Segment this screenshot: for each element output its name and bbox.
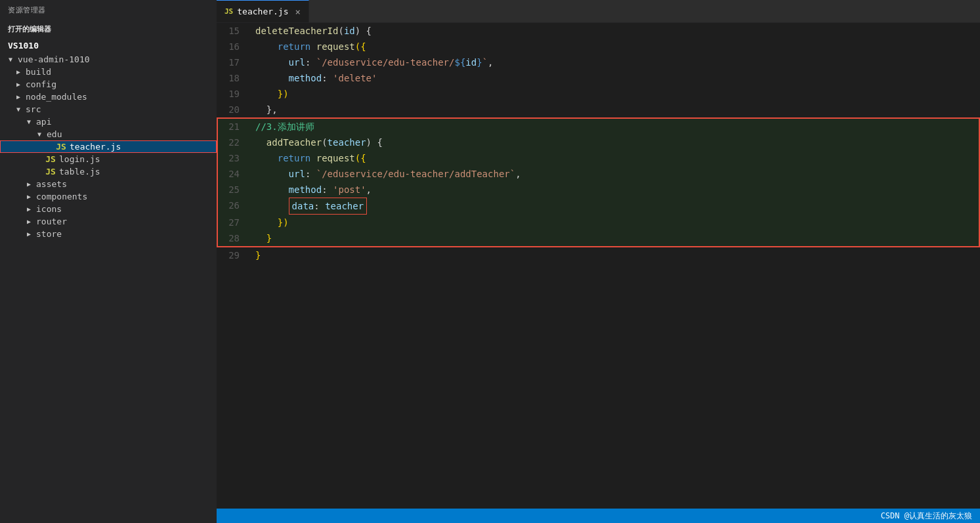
chevron-right-icon: ▶ [24,218,34,225]
js-tab-icon: JS [224,7,233,16]
line-content: }) [250,86,979,102]
tree-item-assets[interactable]: ▶ assets [0,178,217,190]
table-row: 21 //3.添加讲师 [217,118,979,135]
code-area[interactable]: 15 deleteTeacherId(id) { 16 return reque… [217,23,980,509]
line-number: 18 [217,70,250,86]
table-row: 20 }, [217,102,979,118]
line-content: return request({ [250,39,979,54]
line-number: 21 [217,118,250,135]
tree-item-build[interactable]: ▶ build [0,66,217,78]
tab-filename: teacher.js [237,7,288,16]
table-row: 19 }) [217,86,979,102]
table-row: 23 return request({ [217,150,979,166]
tree-item-src[interactable]: ▼ src [0,103,217,115]
sidebar-bottom [0,240,217,523]
table-row: 25 method: 'post', [217,182,979,198]
tree-item-edu[interactable]: ▼ edu [0,128,217,140]
folder-label: node_modules [24,92,217,102]
line-number: 15 [217,23,250,39]
folder-label: edu [45,129,217,139]
line-number: 28 [217,230,250,247]
line-content: //3.添加讲师 [250,118,979,135]
open-editors-label: 打开的编辑器 [0,20,217,38]
js-file-icon: JS [55,142,67,152]
chevron-right-icon: ▶ [13,93,24,100]
line-number: 25 [217,182,250,198]
line-number: 29 [217,247,250,263]
tree-item-components[interactable]: ▶ components [0,190,217,203]
line-content: url: `/eduservice/edu-teacher/${id}`, [250,54,979,70]
tree-item-icons[interactable]: ▶ icons [0,203,217,215]
js-file-icon: JS [45,154,56,164]
tab-teacher-js[interactable]: JS teacher.js × [217,0,309,22]
watermark-text: CSDN @认真生活的灰太狼 [881,511,972,522]
chevron-down-icon: ▼ [34,131,45,138]
chevron-down-icon: ▼ [13,106,24,113]
table-row: 24 url: `/eduservice/edu-teacher/addTeac… [217,166,979,182]
line-number: 19 [217,86,250,102]
table-row: 28 } [217,230,979,247]
file-label: table.js [56,167,217,177]
chevron-right-icon: ▶ [24,205,34,213]
folder-label: src [24,104,217,114]
folder-label: router [34,217,217,226]
line-content: }, [250,102,979,118]
line-number: 27 [217,215,250,230]
chevron-right-icon: ▶ [13,81,24,88]
editor-area: JS teacher.js × 15 deleteTeacherId(id) {… [217,0,980,523]
chevron-right-icon: ▶ [24,193,34,200]
table-row: 29 } [217,247,979,263]
folder-label: assets [34,179,217,189]
tree-item-store[interactable]: ▶ store [0,228,217,240]
tree-item-config[interactable]: ▶ config [0,78,217,91]
folder-label: components [34,192,217,201]
project-label: VS1010 [0,38,217,53]
folder-label: icons [34,204,217,214]
line-content: }) [250,215,979,230]
chevron-icon: ▼ [5,56,16,63]
folder-label: vue-admin-1010 [16,54,217,64]
tree-item-table-js[interactable]: JS table.js [0,165,217,178]
line-content: method: 'post', [250,182,979,198]
file-label: teacher.js [67,142,217,152]
table-row: 22 addTeacher(teacher) { [217,135,979,150]
tab-bar: JS teacher.js × [217,0,980,23]
line-number: 23 [217,150,250,166]
sidebar: 资源管理器 打开的编辑器 VS1010 ▼ vue-admin-1010 ▶ b… [0,0,217,523]
folder-label: api [34,117,217,127]
line-content: deleteTeacherId(id) { [250,23,979,39]
table-row: 15 deleteTeacherId(id) { [217,23,979,39]
close-tab-button[interactable]: × [295,7,301,17]
tree-item-api[interactable]: ▼ api [0,115,217,128]
line-content: } [250,247,979,263]
table-row: 26 data: teacher [217,198,979,215]
file-label: login.js [56,154,217,164]
tree-item-node-modules[interactable]: ▶ node_modules [0,91,217,103]
chevron-right-icon: ▶ [13,68,24,75]
tree-item-login-js[interactable]: JS login.js [0,153,217,165]
line-content: url: `/eduservice/edu-teacher/addTeacher… [250,166,979,182]
line-number: 24 [217,166,250,182]
line-content: method: 'delete' [250,70,979,86]
js-file-icon: JS [45,167,56,177]
tree-item-vue-admin[interactable]: ▼ vue-admin-1010 [0,53,217,66]
chevron-right-icon: ▶ [24,230,34,238]
sidebar-header: 资源管理器 [0,0,217,20]
line-number: 16 [217,39,250,54]
line-content: return request({ [250,150,979,166]
table-row: 27 }) [217,215,979,230]
line-content: } [250,230,979,247]
table-row: 17 url: `/eduservice/edu-teacher/${id}`, [217,54,979,70]
line-content: data: teacher [250,198,979,215]
line-content: addTeacher(teacher) { [250,135,979,150]
table-row: 18 method: 'delete' [217,70,979,86]
folder-label: store [34,229,217,239]
chevron-down-icon: ▼ [24,118,34,125]
tree-item-router[interactable]: ▶ router [0,215,217,228]
folder-label: config [24,79,217,89]
line-number: 17 [217,54,250,70]
bottom-bar: CSDN @认真生活的灰太狼 [217,509,980,523]
code-table: 15 deleteTeacherId(id) { 16 return reque… [217,23,980,263]
tree-item-teacher-js[interactable]: JS teacher.js [0,140,217,153]
line-number: 26 [217,198,250,215]
